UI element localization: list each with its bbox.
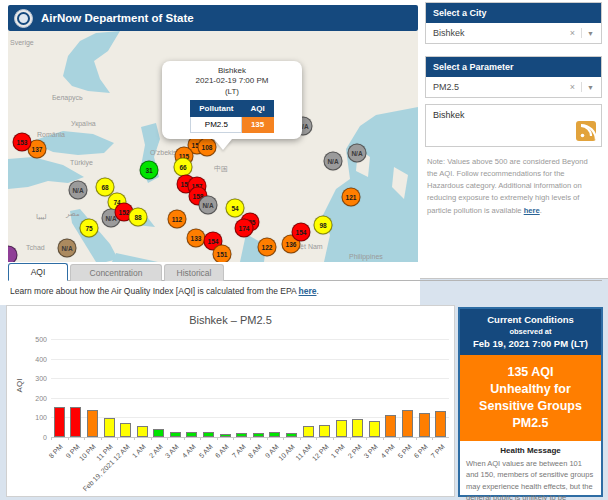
map-marker[interactable]: N/A [348,144,367,163]
aqi-chart-panel: Bishkek – PM2.5 AQI 0100200300400500 8 P… [6,305,455,497]
x-axis-tick [101,437,102,440]
x-axis-tick [51,437,52,440]
map-marker[interactable]: 151 [213,245,232,263]
chart-bar[interactable] [419,413,430,437]
city-select-header: Select a City [426,3,601,23]
x-axis-tick [350,437,351,440]
chart-bar[interactable] [269,432,280,437]
note-text: Note: Values above 500 are considered Be… [427,157,588,215]
x-axis-tick [432,437,433,440]
parameter-select-panel: Select a Parameter PM2.5 × ▼ [425,56,602,98]
map-marker[interactable]: 133 [187,229,206,248]
chart-bar[interactable] [286,433,297,437]
chart-bar[interactable] [319,425,330,437]
chart-bar[interactable] [54,407,65,437]
x-axis-tick [250,437,251,440]
chart-bar[interactable] [220,434,231,437]
x-axis-tick [316,437,317,440]
chart-bar[interactable] [369,421,380,437]
chart-bar[interactable] [153,429,164,437]
city-select[interactable]: Bishkek × ▼ [426,23,601,43]
chart-bar[interactable] [303,426,314,437]
map-marker[interactable]: N/A [69,181,88,200]
rss-feed-icon[interactable] [576,121,596,141]
chart-bar[interactable] [87,410,98,437]
chart-bar[interactable] [352,419,363,437]
gridline [51,339,449,340]
x-axis-tick [184,437,185,440]
y-axis-tick-label: 0 [21,434,47,441]
chart-bar[interactable] [385,415,396,437]
map-marker[interactable]: 122 [258,238,277,257]
aqi-pollutant: PM2.5 [466,415,595,432]
health-message-block: Health Message When AQI values are betwe… [460,441,601,500]
popup-aqi-value: 135 [242,117,273,133]
map-marker[interactable]: 31 [140,161,159,180]
chevron-down-icon[interactable]: ▼ [587,84,594,91]
gridline [51,359,449,360]
select-divider [581,28,582,38]
parameter-select-header: Select a Parameter [426,57,601,77]
observed-at-label: observed at [464,327,597,336]
chart-bar[interactable] [104,418,115,437]
clear-city-icon[interactable]: × [564,28,581,38]
clear-parameter-icon[interactable]: × [564,82,581,92]
chart-bar[interactable] [120,423,131,437]
chart-bar[interactable] [203,432,214,437]
map-marker[interactable]: 75 [80,219,99,238]
map-place-label: Україна [71,120,96,127]
health-message-title: Health Message [466,446,595,455]
map-marker[interactable]: N/A [324,152,343,171]
chart-bar[interactable] [435,411,446,437]
chart-bar[interactable] [170,432,181,437]
popup-city: Bishkek [166,66,298,76]
map-marker[interactable]: 66 [174,158,193,177]
tab-historical[interactable]: Historical [164,264,224,281]
chart-bar[interactable] [137,426,148,437]
tab-aqi[interactable]: AQI [8,263,68,281]
chart-bar[interactable] [402,410,413,437]
note-link[interactable]: here [524,206,540,215]
department-of-state-seal-icon [14,9,33,28]
map-marker[interactable]: 112 [168,210,187,229]
parameter-select[interactable]: PM2.5 × ▼ [426,77,601,97]
parameter-select-value: PM2.5 [433,82,564,92]
health-message-text: When AQI values are between 101 and 150,… [466,458,595,500]
aqi-note: Note: Values above 500 are considered Be… [427,156,600,217]
learn-more-link[interactable]: here [299,286,317,296]
x-axis-tick [283,437,284,440]
app-header: AirNow Department of State [8,5,418,31]
x-axis-tick [217,437,218,440]
popup-datetime: 2021-02-19 7:00 PM [166,76,298,86]
map-marker[interactable]: 54 [226,199,245,218]
feed-city-label: Bishkek [433,110,465,120]
x-axis-tick [151,437,152,440]
learn-more-suffix: . [317,286,319,296]
x-axis-tick [399,437,400,440]
chevron-down-icon[interactable]: ▼ [587,30,594,37]
chart-bar[interactable] [186,432,197,437]
note-suffix: . [540,206,542,215]
y-axis-tick-label: 300 [21,375,47,382]
map-marker[interactable]: 121 [342,188,361,207]
chart-bar[interactable] [253,433,264,437]
map-marker[interactable]: 174 [235,219,254,238]
tab-concentration[interactable]: Concentration [70,264,162,281]
x-axis-tick [233,437,234,440]
map-marker[interactable]: 88 [129,208,148,227]
aqi-map[interactable]: SverigeБеларусьУкраїнаRomâniaTürkiyeO'zb… [8,31,418,262]
current-conditions-panel: Current Conditions observed at Feb 19, 2… [458,307,603,497]
map-marker[interactable]: N/A [58,239,77,258]
map-marker[interactable]: 153 [13,133,32,152]
chart-bar[interactable] [336,420,347,437]
x-axis-tick [366,437,367,440]
map-marker[interactable]: 98 [314,216,333,235]
map-marker[interactable]: N/A [199,196,218,215]
popup-tail [214,139,232,150]
chart-bar[interactable] [236,433,247,437]
popup-pollutant-value: PM2.5 [191,117,242,133]
x-axis-tick [383,437,384,440]
map-marker[interactable]: 154 [292,223,311,242]
observed-datetime: Feb 19, 2021 7:00 PM (LT) [464,338,597,349]
chart-bar[interactable] [70,407,81,437]
